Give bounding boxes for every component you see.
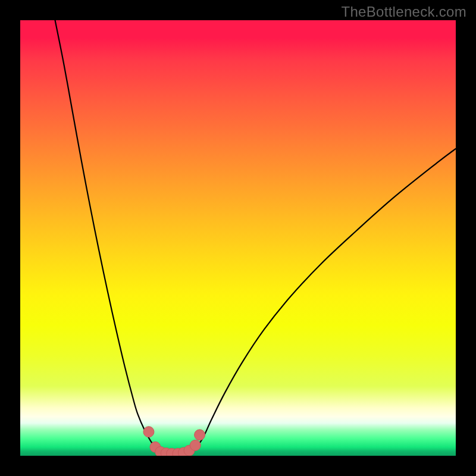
plot-area (20, 20, 456, 456)
chart-frame: TheBottleneck.com (0, 0, 476, 476)
marker-dot (143, 427, 154, 437)
marker-dot (195, 430, 205, 440)
marker-dot (190, 440, 201, 450)
curve-right-arm (196, 149, 456, 447)
curve-left-arm (55, 20, 156, 448)
dots-group (143, 427, 205, 456)
watermark-text: TheBottleneck.com (341, 4, 466, 20)
curve-group (55, 20, 456, 448)
curve-layer (20, 20, 456, 456)
